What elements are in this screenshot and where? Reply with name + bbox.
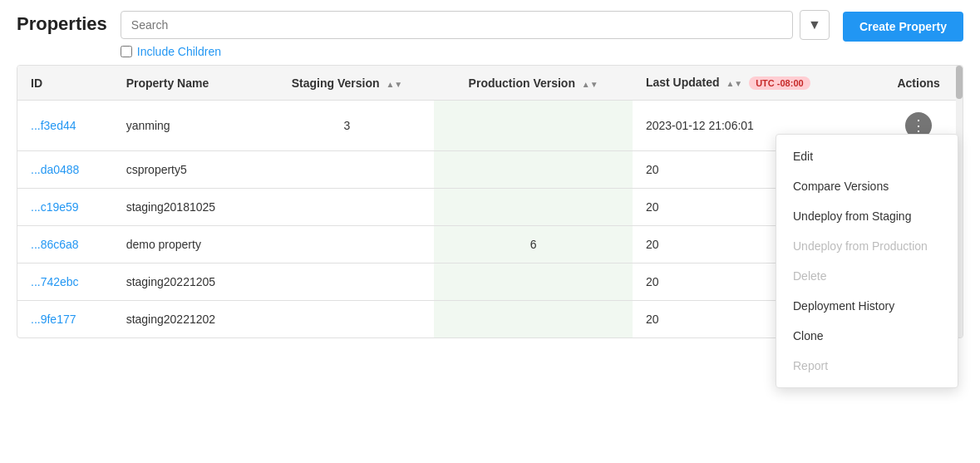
id-link[interactable]: ...9fe177 [31,313,76,326]
cell-id: ...86c6a8 [17,226,113,264]
cell-staging-version [259,189,434,226]
dropdown-item-clone[interactable]: Clone [776,321,958,339]
context-menu: EditCompare VersionsUndeploy from Stagin… [776,134,958,339]
cell-production-version [434,189,633,226]
production-sort-icon[interactable]: ▲▼ [582,80,598,89]
filter-icon: ▼ [808,17,821,32]
top-bar: Properties ▼ Include Children Create Pro… [0,0,980,65]
id-link[interactable]: ...742ebc [31,275,79,288]
staging-sort-icon[interactable]: ▲▼ [386,80,402,89]
cell-id: ...f3ed44 [17,101,113,151]
cell-staging-version [259,301,434,338]
id-link[interactable]: ...f3ed44 [31,119,76,132]
filter-button[interactable]: ▼ [800,10,830,40]
create-property-button[interactable]: Create Property [843,12,963,42]
dropdown-item-edit[interactable]: Edit [776,141,958,171]
cell-property-name: yanming [113,101,260,151]
dropdown-item-compare-versions[interactable]: Compare Versions [776,171,958,201]
col-header-last-updated: Last Updated ▲▼ UTC -08:00 [633,66,874,101]
cell-staging-version: 3 [259,101,434,151]
cell-staging-version [259,264,434,301]
cell-production-version [434,101,633,151]
col-header-production-version: Production Version ▲▼ [434,66,633,101]
col-header-actions: Actions [874,66,963,101]
include-children-checkbox[interactable] [121,46,132,57]
table-header-row: ID Property Name Staging Version ▲▼ Prod… [17,66,963,101]
scrollbar-thumb[interactable] [956,66,963,99]
lastupdated-sort-icon[interactable]: ▲▼ [726,79,742,88]
cell-production-version [434,264,633,301]
search-input[interactable] [121,11,793,39]
cell-id: ...da0488 [17,151,113,189]
cell-property-name: staging20221202 [113,301,260,338]
id-link[interactable]: ...c19e59 [31,200,79,214]
cell-production-version: 6 [434,226,633,264]
page-title: Properties [17,13,107,35]
dropdown-item-undeploy-from-staging[interactable]: Undeploy from Staging [776,201,958,231]
search-area: ▼ Include Children [121,10,830,58]
dropdown-item-deployment-history[interactable]: Deployment History [776,291,958,321]
cell-property-name: staging20181025 [113,189,260,226]
col-header-property-name: Property Name [113,66,260,101]
cell-id: ...c19e59 [17,189,113,226]
search-row: ▼ [121,10,830,40]
cell-property-name: csproperty5 [113,151,260,189]
cell-id: ...742ebc [17,264,113,301]
dropdown-item-undeploy-from-production: Undeploy from Production [776,231,958,261]
id-link[interactable]: ...86c6a8 [31,238,79,251]
cell-property-name: staging20221205 [113,264,260,301]
cell-staging-version [259,151,434,189]
cell-production-version [434,151,633,189]
col-header-id: ID [17,66,113,101]
id-link[interactable]: ...da0488 [31,163,79,176]
cell-production-version [434,301,633,338]
col-header-staging-version: Staging Version ▲▼ [259,66,434,101]
dropdown-item-delete: Delete [776,261,958,291]
cell-staging-version [259,226,434,264]
cell-property-name: demo property [113,226,260,264]
cell-id: ...9fe177 [17,301,113,338]
include-children-label[interactable]: Include Children [121,45,830,58]
include-children-text: Include Children [137,45,221,58]
utc-badge: UTC -08:00 [749,76,810,90]
